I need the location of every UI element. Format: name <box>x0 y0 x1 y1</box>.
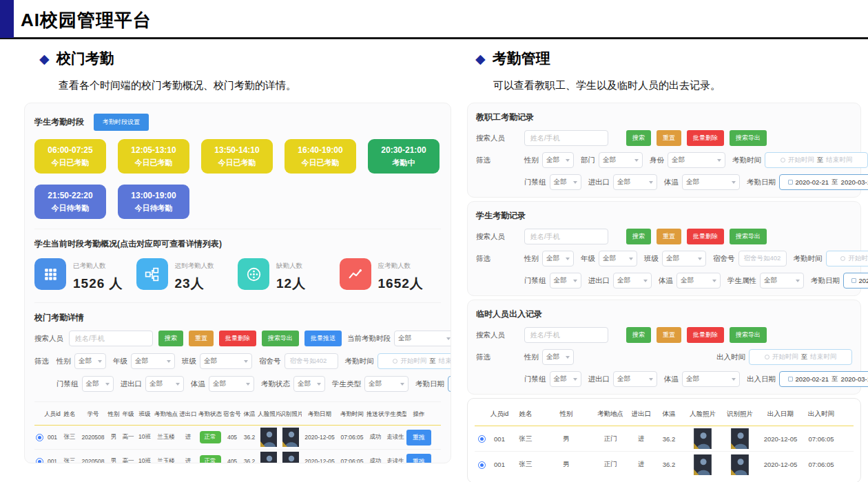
stat-card[interactable]: 迟到考勤人数 23人 <box>136 258 238 293</box>
filter-label: 考勤状态 <box>261 379 290 389</box>
filter-select[interactable]: 全部 <box>542 251 574 266</box>
filter-select[interactable]: 全部 <box>542 349 574 365</box>
action-button[interactable]: 批量删除 <box>687 229 724 244</box>
action-button[interactable]: 搜索 <box>626 130 651 146</box>
action-button[interactable]: 重置 <box>657 130 681 146</box>
time-range-input[interactable]: 开始时间至结束时间 <box>749 349 852 365</box>
overview-label: 学生当前时段考勤概况(点击对应即可查看详情列表) <box>34 229 441 250</box>
row-radio[interactable] <box>36 458 43 464</box>
filter-select[interactable]: 全部 <box>145 376 184 392</box>
filter-select[interactable]: 全部 <box>550 273 581 289</box>
attendance-period-card[interactable]: 21:50-22:20 今日待考勤 <box>34 185 106 219</box>
filter-label: 体温 <box>191 379 205 389</box>
filter-input[interactable]: 宿舍号如402 <box>285 353 338 369</box>
search-input[interactable] <box>524 130 608 146</box>
period-status: 今日已考勤 <box>218 158 256 168</box>
action-button[interactable]: 重置 <box>189 331 214 346</box>
filter-select[interactable]: 全部 <box>364 376 409 392</box>
search-input[interactable] <box>69 331 153 346</box>
action-button[interactable]: 批量删除 <box>219 331 256 346</box>
action-button[interactable]: 搜索 <box>158 331 183 346</box>
filter-select[interactable]: 全部 <box>676 273 721 289</box>
date-range-input[interactable]: 2020-02-21至2020-03-11 <box>779 371 868 387</box>
time-range-input[interactable]: 开始时间至结束时间 <box>378 353 452 369</box>
filter-select[interactable]: 全部 <box>682 174 740 190</box>
filter-select[interactable]: 全部 <box>613 174 657 190</box>
filter-select[interactable]: 全部 <box>82 376 114 392</box>
time-range-input[interactable]: 开始时间至结束时间 <box>765 152 868 168</box>
search-input[interactable] <box>524 327 608 343</box>
row-radio[interactable] <box>478 461 486 469</box>
recognition-photo[interactable] <box>282 428 299 447</box>
chevron-down-icon <box>712 280 716 282</box>
action-button[interactable]: 搜索导出 <box>262 331 299 346</box>
chevron-down-icon <box>796 280 800 282</box>
action-button[interactable]: 搜索 <box>626 327 651 343</box>
action-button[interactable]: 搜索导出 <box>730 327 767 343</box>
attendance-period-card[interactable]: 12:05-13:10 今日已考勤 <box>118 139 189 174</box>
action-button[interactable]: 重置 <box>657 229 681 244</box>
stat-label: 已考勤人数 <box>73 262 123 271</box>
stat-card[interactable]: 已考勤人数 1526 人 <box>34 258 136 293</box>
filter-select[interactable]: 全部 <box>613 273 652 289</box>
filter-select[interactable]: 全部 <box>74 353 106 369</box>
filter-select[interactable]: 全部 <box>668 152 725 168</box>
search-input[interactable] <box>524 229 608 244</box>
recognition-photo[interactable] <box>731 454 749 475</box>
attendance-period-card[interactable]: 06:00-07:25 今日已考勤 <box>34 139 106 174</box>
action-button[interactable]: 搜索导出 <box>730 130 767 146</box>
filter-select[interactable]: 全部 <box>209 376 254 392</box>
action-button[interactable]: 搜索 <box>626 229 651 244</box>
right-section-description: 可以查看教职工、学生以及临时人员的出去记录。 <box>493 79 861 92</box>
filter-select[interactable]: 全部 <box>550 174 581 190</box>
filter-select[interactable]: 全部 <box>394 331 451 346</box>
repush-button[interactable]: 重推 <box>406 430 431 446</box>
row-radio[interactable] <box>36 434 43 441</box>
attendance-period-card[interactable]: 16:40-19:00 今日已考勤 <box>285 139 356 174</box>
stat-card[interactable]: 应考勤人数 1652人 <box>340 258 442 293</box>
filter-select[interactable]: 全部 <box>131 353 175 369</box>
action-button[interactable]: 批量删除 <box>687 130 724 146</box>
filter-select[interactable]: 全部 <box>662 251 706 266</box>
repush-button[interactable]: 重推 <box>406 454 431 464</box>
chevron-down-icon <box>629 258 633 260</box>
chevron-down-icon <box>446 337 451 340</box>
face-photo[interactable] <box>694 428 712 449</box>
filter-input[interactable]: 宿舍号如402 <box>738 251 787 266</box>
face-photo[interactable] <box>694 454 712 475</box>
filter-label: 性别 <box>524 156 539 165</box>
action-button[interactable]: 搜索导出 <box>730 229 767 244</box>
filter-select[interactable]: 全部 <box>542 152 574 168</box>
attendance-period-card[interactable]: 20:30-21:00 考勤中 <box>368 139 440 174</box>
attendance-period-card[interactable]: 13:50-14:10 今日已考勤 <box>201 139 273 174</box>
stat-icon <box>136 258 168 290</box>
filter-select[interactable]: 全部 <box>682 371 740 387</box>
action-button[interactable]: 重置 <box>657 327 681 343</box>
date-range-input[interactable]: 2020-02-21至2020-03-11 <box>779 174 868 190</box>
trend-icon <box>347 266 364 283</box>
period-time: 13:50-14:10 <box>214 145 259 155</box>
left-section-title: 校门考勤 <box>56 49 114 68</box>
stat-card[interactable]: 缺勤人数 12人 <box>238 258 340 293</box>
filter-select[interactable]: 全部 <box>613 371 657 387</box>
face-photo[interactable] <box>260 428 277 447</box>
period-settings-button[interactable]: 考勤时段设置 <box>94 114 149 131</box>
date-range-input[interactable]: 2020-02-21至2020-03-11 <box>843 273 868 289</box>
action-button[interactable]: 批量推送 <box>304 331 342 346</box>
row-radio[interactable] <box>478 435 486 443</box>
recognition-photo[interactable] <box>731 428 749 449</box>
action-button[interactable]: 批量删除 <box>687 327 724 343</box>
filter-select[interactable]: 全部 <box>293 376 325 392</box>
recognition-photo[interactable] <box>282 452 299 463</box>
filter-select[interactable]: 全部 <box>200 353 252 369</box>
action-button-group: 搜索重置批量删除搜索导出 <box>626 130 767 146</box>
face-photo[interactable] <box>260 452 277 463</box>
filter-select[interactable]: 全部 <box>760 273 804 289</box>
filter-select[interactable]: 全部 <box>599 251 637 266</box>
date-range-input[interactable]: 2020-02-21至2020-03-11 <box>448 376 451 392</box>
filter-select[interactable]: 全部 <box>599 152 643 168</box>
attendance-period-card[interactable]: 13:00-19:00 今日待考勤 <box>118 185 189 219</box>
filter-label: 进出口 <box>588 375 610 384</box>
filter-select[interactable]: 全部 <box>550 371 581 387</box>
time-range-input[interactable]: 开始时间至结束时间 <box>826 251 868 266</box>
